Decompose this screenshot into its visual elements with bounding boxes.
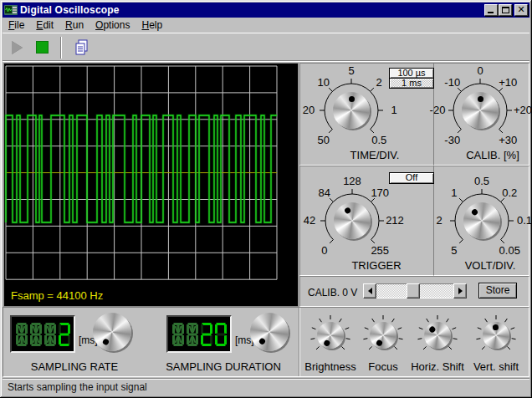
- brightness-knob[interactable]: [307, 312, 354, 359]
- range-1ms-button[interactable]: 1 ms: [389, 78, 434, 89]
- display-digit-ghost: [43, 320, 57, 349]
- scrollbar-track[interactable]: [376, 283, 453, 298]
- maximize-icon: [502, 7, 509, 13]
- status-text: Starts sampling the input signal: [8, 381, 147, 393]
- minimize-button[interactable]: [484, 4, 498, 16]
- stop-icon: [36, 41, 49, 54]
- copy-button[interactable]: [71, 37, 93, 59]
- svg-text:-10: -10: [444, 76, 460, 89]
- calib-caption: CALIB. [%]: [442, 149, 532, 161]
- menu-item-options[interactable]: Options: [90, 18, 136, 32]
- menu-bar: FileEditRunOptionsHelp: [3, 18, 529, 33]
- display-digit-0: [214, 320, 228, 349]
- sampling-rate-knob[interactable]: [93, 313, 131, 351]
- status-bar: Starts sampling the input signal: [3, 378, 529, 395]
- volt-div-knob[interactable]: 5210.50.20.10.05: [413, 169, 532, 273]
- knob-disc[interactable]: [317, 322, 344, 349]
- oscilloscope-window: Digital Oscilloscope ✕ FileEditRunOption…: [0, 0, 532, 398]
- knob-indicator-dot: [478, 96, 483, 102]
- time-range-switch: 100 µs 1 ms: [389, 68, 434, 89]
- app-icon: [4, 4, 18, 16]
- arrow-right-icon: [458, 288, 463, 294]
- svg-text:42: 42: [304, 214, 315, 227]
- svg-text:Fsamp = 44100 Hz: Fsamp = 44100 Hz: [11, 289, 103, 302]
- time-div-caption: TIME/DIV.: [325, 149, 425, 161]
- svg-text:5: 5: [348, 64, 354, 77]
- svg-text:-20: -20: [430, 104, 446, 116]
- svg-text:10: 10: [318, 76, 330, 89]
- knob-indicator-dot: [470, 207, 478, 216]
- copy-icon: [74, 39, 90, 56]
- svg-text:0: 0: [321, 244, 327, 257]
- toolbar-separator: [60, 37, 62, 59]
- maximize-button[interactable]: [499, 4, 512, 16]
- sampling-duration-knob[interactable]: [250, 313, 289, 351]
- calib-0v-label: CALIB. 0 V: [308, 287, 357, 298]
- horiz-shift-knob[interactable]: [414, 312, 461, 359]
- focus-knob[interactable]: [360, 312, 407, 359]
- knob-disc[interactable]: [462, 92, 499, 129]
- knob-disc[interactable]: [463, 202, 500, 239]
- run-play-icon: [12, 41, 23, 54]
- svg-text:0.5: 0.5: [371, 134, 386, 146]
- scrollbar-left-button[interactable]: [363, 283, 376, 298]
- knob-indicator-dot: [375, 339, 383, 347]
- toolbar: [3, 33, 529, 61]
- vert-shift-knob[interactable]: [473, 312, 519, 359]
- knob-disc[interactable]: [93, 313, 131, 351]
- volt-div-caption: VOLT/DIV.: [440, 259, 532, 272]
- scope-display: Fsamp = 44100 Hz: [3, 63, 299, 307]
- display-digit-ghost: [15, 320, 28, 349]
- knob-indicator-dot: [323, 339, 330, 346]
- trigger-knob[interactable]: 04284128170212255: [284, 169, 421, 273]
- window-title: Digital Oscilloscope: [20, 4, 483, 16]
- svg-text:212: 212: [386, 214, 404, 227]
- calib-scrollbar: [363, 283, 467, 298]
- knob-indicator-dot: [101, 338, 110, 346]
- store-button[interactable]: Store: [478, 283, 517, 298]
- svg-text:+30: +30: [499, 134, 517, 146]
- svg-text:0.2: 0.2: [502, 186, 517, 199]
- display-digit-ghost: [29, 320, 43, 349]
- knob-indicator-dot: [427, 325, 436, 334]
- svg-text:2: 2: [436, 214, 442, 227]
- menu-item-file[interactable]: File: [3, 18, 30, 32]
- close-button[interactable]: ✕: [514, 4, 528, 16]
- sampling-rate-label: SAMPLING RATE: [16, 360, 133, 373]
- stop-button[interactable]: [31, 37, 53, 59]
- menu-item-edit[interactable]: Edit: [30, 18, 59, 32]
- svg-text:50: 50: [318, 134, 330, 146]
- svg-text:170: 170: [371, 186, 389, 199]
- sampling-duration-display: [166, 315, 232, 353]
- knob-disc[interactable]: [483, 322, 509, 349]
- svg-text:1: 1: [391, 104, 396, 116]
- svg-text:1: 1: [451, 186, 457, 199]
- display-digit-ghost: [186, 320, 199, 349]
- title-bar[interactable]: Digital Oscilloscope ✕: [3, 3, 529, 18]
- display-digit-2: [200, 320, 213, 349]
- run-button[interactable]: [6, 37, 28, 59]
- svg-text:-30: -30: [444, 134, 460, 146]
- knob-indicator-dot: [492, 324, 499, 330]
- knob-disc[interactable]: [424, 322, 451, 349]
- svg-text:128: 128: [343, 175, 361, 187]
- svg-text:0.1: 0.1: [517, 214, 532, 227]
- arrow-left-icon: [368, 288, 372, 294]
- trigger-caption: TRIGGER: [326, 259, 427, 272]
- knob-indicator-dot: [343, 207, 350, 214]
- scrollbar-right-button[interactable]: [453, 283, 467, 298]
- menu-item-run[interactable]: Run: [59, 18, 90, 32]
- svg-text:+20: +20: [514, 104, 532, 116]
- knob-disc[interactable]: [333, 92, 370, 129]
- svg-text:0.5: 0.5: [474, 175, 489, 187]
- knob-disc[interactable]: [250, 313, 289, 351]
- svg-text:2: 2: [376, 76, 382, 89]
- trigger-off-button[interactable]: Off: [389, 172, 434, 184]
- menu-item-help[interactable]: Help: [136, 18, 168, 32]
- knob-disc[interactable]: [370, 322, 396, 349]
- scrollbar-thumb[interactable]: [407, 283, 420, 298]
- vert-shift-label: Vert. shift: [458, 360, 532, 373]
- knob-disc[interactable]: [334, 202, 371, 239]
- display-digit-ghost: [171, 320, 185, 349]
- svg-text:0: 0: [477, 64, 483, 77]
